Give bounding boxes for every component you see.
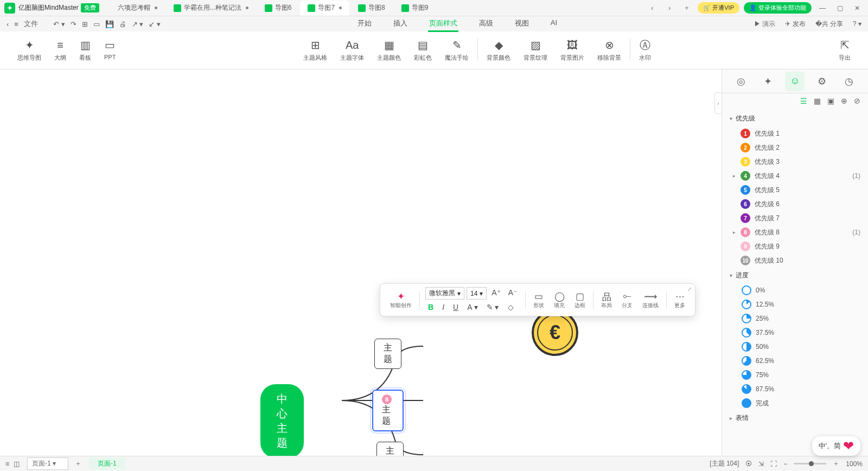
add-page-icon[interactable]: ＋ (75, 459, 81, 468)
priority-item-2[interactable]: 2优先级 2 (722, 141, 868, 155)
sb-fullscreen-icon[interactable]: ⛶ (770, 460, 777, 468)
ribbon-left-2[interactable]: ▥看板 (73, 39, 98, 62)
help-icon[interactable]: ? ▾ (853, 20, 861, 28)
subtab-grid-icon[interactable]: ▦ (814, 97, 821, 105)
ribbon-mid-2[interactable]: ▦主题颜色 (371, 39, 407, 62)
progress-item-0[interactable]: 0% (722, 283, 868, 297)
zoom-slider[interactable] (794, 463, 826, 464)
menu-icon[interactable]: ≡ (14, 20, 18, 28)
doc-tab-3[interactable]: 导图7 (300, 1, 349, 16)
canvas[interactable]: 中心主题 主题 8主题 主题 € ✦ 智能创作 微软雅黑 ▾ 14 ▾ A⁺ A… (0, 69, 722, 456)
menu-1[interactable]: 插入 (392, 16, 409, 32)
priority-item-1[interactable]: 1优先级 1 (722, 126, 868, 141)
bold-icon[interactable]: B (425, 302, 436, 313)
ribbon-mid-4[interactable]: ✎魔法手绘 (438, 39, 475, 62)
close-icon[interactable]: ✕ (851, 4, 864, 12)
ribbon-mid-5[interactable]: ◆背景颜色 (480, 39, 517, 62)
ribbon-mid-1[interactable]: Aa主题字体 (334, 39, 371, 62)
new-tab-icon[interactable]: ＋ (680, 3, 693, 12)
zoom-in-icon[interactable]: ＋ (833, 459, 839, 468)
menu-0[interactable]: 开始 (356, 16, 373, 32)
clear-format-icon[interactable]: ◇ (505, 302, 516, 313)
minimize-icon[interactable]: — (816, 4, 829, 12)
import-icon[interactable]: ↙ ▾ (149, 20, 161, 28)
share-button[interactable]: �共 分享 (815, 20, 843, 29)
ribbon-mid-7[interactable]: 🖼背景图片 (554, 39, 591, 62)
priority-item-4[interactable]: ▸4优先级 4(1) (722, 169, 868, 183)
sb-target-icon[interactable]: ⦿ (745, 460, 752, 468)
font-select[interactable]: 微软雅黑 ▾ (425, 287, 464, 300)
progress-item-3[interactable]: 37.5% (722, 326, 868, 340)
subtab-add-icon[interactable]: ⊕ (841, 97, 847, 105)
publish-button[interactable]: ✈ 发布 (785, 20, 805, 29)
present-button[interactable]: ▶ 演示 (754, 20, 775, 29)
progress-item-8[interactable]: 完成 (722, 396, 868, 410)
priority-item-9[interactable]: 9优先级 9 (722, 239, 868, 253)
pin-icon[interactable]: ⤢ (687, 286, 692, 292)
sb-layout-icon[interactable]: ◫ (14, 460, 20, 468)
undo-icon[interactable]: ↶ ▾ (53, 20, 65, 28)
progress-header[interactable]: ▾进度 (722, 268, 868, 283)
ribbon-mid-3[interactable]: ▤彩虹色 (407, 39, 438, 62)
back-icon[interactable]: ‹ (7, 20, 9, 28)
nav-fwd-icon[interactable]: › (663, 4, 676, 12)
priority-item-5[interactable]: 5优先级 5 (722, 183, 868, 197)
file-menu[interactable]: 文件 (24, 19, 38, 29)
doc-tab-5[interactable]: 导图9 (394, 1, 436, 16)
export-group[interactable]: ⇱ 导出 (832, 39, 857, 62)
highlight-icon[interactable]: ✎ ▾ (484, 302, 502, 313)
ribbon-mid-0[interactable]: ⊞主题风格 (297, 39, 334, 62)
doc-tab-0[interactable]: 六项思考帽 (110, 1, 165, 16)
subtab-box-icon[interactable]: ▣ (827, 97, 834, 105)
branch-button[interactable]: ⟜分支 (617, 291, 637, 309)
topic-1[interactable]: 主题 (374, 339, 401, 369)
priority-header[interactable]: ▾优先级 (722, 111, 868, 126)
ptab-target-icon[interactable]: ◎ (731, 72, 751, 91)
topic-2-selected[interactable]: 8主题 (372, 390, 404, 431)
sb-collapse-icon[interactable]: ⇲ (758, 460, 764, 468)
emoji-header[interactable]: ▸表情 (722, 410, 868, 426)
folder-icon[interactable]: ▭ (93, 20, 100, 28)
login-button[interactable]: 👤 登录体验全部功能 (744, 2, 812, 14)
ime-indicator[interactable]: 中'。简 ❤ (812, 436, 860, 456)
priority-item-7[interactable]: 7优先级 7 (722, 211, 868, 225)
doc-tab-4[interactable]: 导图8 (350, 1, 393, 16)
central-topic[interactable]: 中心主题 (260, 384, 304, 456)
progress-item-7[interactable]: 87.5% (722, 382, 868, 396)
ptab-clock-icon[interactable]: ◷ (839, 72, 859, 91)
doc-tab-1[interactable]: 学霸在用...种笔记法 (166, 1, 256, 16)
font-decrease-icon[interactable]: A⁻ (506, 287, 520, 300)
subtab-list-icon[interactable]: ☰ (800, 97, 807, 105)
page-select[interactable]: 页面-1 ▾ (27, 457, 68, 470)
ribbon-mid-6[interactable]: ▨背景纹理 (517, 39, 554, 62)
redo-icon[interactable]: ↷ (71, 20, 76, 28)
ptab-tag-icon[interactable]: ☺ (785, 72, 805, 91)
page-tab[interactable]: 页面-1 (89, 457, 125, 470)
progress-item-5[interactable]: 62.5% (722, 354, 868, 368)
priority-item-3[interactable]: 3优先级 3 (722, 155, 868, 169)
menu-5[interactable]: AI (550, 16, 558, 32)
fontcolor-icon[interactable]: A ▾ (464, 302, 480, 313)
progress-item-1[interactable]: 12.5% (722, 297, 868, 311)
nav-back-icon[interactable]: ‹ (646, 4, 659, 12)
vip-button[interactable]: 🛒 开通VIP (698, 2, 739, 14)
topic-3[interactable]: 主题 (376, 442, 404, 456)
priority-item-6[interactable]: 6优先级 6 (722, 197, 868, 211)
collapse-panel-icon[interactable]: › (714, 92, 722, 114)
export-icon[interactable]: ↗ ▾ (132, 20, 144, 28)
print-icon[interactable]: 🖨 (119, 20, 126, 28)
progress-item-4[interactable]: 50% (722, 340, 868, 354)
fill-button[interactable]: ◯填充 (550, 291, 569, 309)
ribbon-mid-8[interactable]: ⊗移除背景 (591, 39, 628, 62)
sb-menu-icon[interactable]: ≡ (5, 460, 9, 468)
priority-item-8[interactable]: ▸8优先级 8(1) (722, 225, 868, 239)
ribbon-left-3[interactable]: ▭PPT (98, 39, 122, 62)
ribbon-mid-9[interactable]: Ⓐ水印 (633, 39, 658, 62)
priority-item-10[interactable]: 10优先级 10 (722, 253, 868, 268)
menu-2[interactable]: 页面样式 (428, 16, 458, 32)
doc-tab-2[interactable]: 导图6 (257, 1, 299, 16)
subtab-ban-icon[interactable]: ⊘ (854, 97, 860, 105)
shape-button[interactable]: ▭形状 (529, 291, 548, 309)
save-icon[interactable]: 💾 (105, 20, 114, 28)
border-button[interactable]: ▢边框 (570, 291, 590, 309)
